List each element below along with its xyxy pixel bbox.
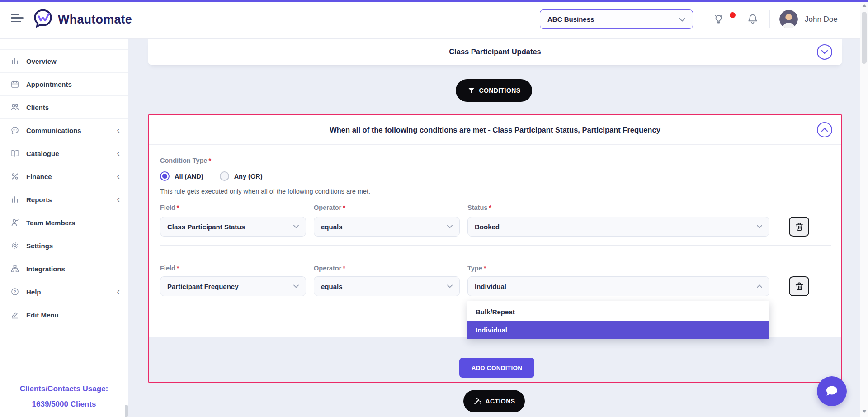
field-label: Field* — [160, 204, 306, 211]
rule-title: Class Participant Updates — [148, 38, 842, 65]
notification-dot — [730, 12, 736, 18]
condition-connector-line — [495, 337, 495, 358]
sidebar-item-finance[interactable]: Finance ‹ — [0, 165, 128, 188]
type-dropdown-menu: Bulk/Repeat Individual — [467, 301, 769, 339]
sidebar-scrollbar-thumb[interactable] — [125, 405, 128, 417]
add-condition-button[interactable]: ADD CONDITION — [459, 358, 534, 378]
status-select[interactable]: Booked — [467, 217, 769, 237]
percent-icon — [10, 171, 20, 181]
business-selector-value: ABC Business — [547, 15, 594, 23]
field-label: Field* — [160, 265, 306, 272]
actions-stage-label: ACTIONS — [486, 398, 515, 405]
book-icon — [10, 148, 20, 158]
bar-chart-icon — [10, 194, 20, 204]
delete-condition-button[interactable] — [789, 276, 809, 296]
chevron-down-icon — [447, 225, 453, 228]
sidebar-item-reports[interactable]: Reports ‹ — [0, 188, 128, 211]
radio-any-or[interactable]: Any (OR) — [220, 171, 263, 181]
sidebar-item-appointments[interactable]: Appointments — [0, 73, 128, 96]
user-avatar[interactable] — [779, 10, 798, 28]
lightbulb-icon — [712, 13, 725, 26]
chevron-down-icon — [293, 225, 299, 228]
rule-collapse-button[interactable] — [817, 44, 832, 60]
conditions-stage-button[interactable]: CONDITIONS — [456, 79, 532, 102]
sidebar-item-communications[interactable]: Communications ‹ — [0, 119, 128, 142]
menu-toggle-button[interactable] — [11, 14, 24, 24]
chevron-left-icon: ‹ — [117, 287, 120, 296]
dropdown-option-individual[interactable]: Individual — [467, 321, 769, 339]
dropdown-option-bulk-repeat[interactable]: Bulk/Repeat — [467, 303, 769, 321]
chevron-left-icon: ‹ — [117, 194, 120, 204]
status-label: Status* — [467, 204, 769, 211]
chevron-down-icon — [757, 225, 762, 228]
condition-type-radio-group: All (AND) Any (OR) — [160, 171, 262, 181]
condition-helper-text: This rule gets executed only when all of… — [160, 188, 370, 195]
usage-title: Clients/Contacts Usage: — [0, 381, 128, 397]
magic-wand-icon — [473, 397, 481, 405]
app-header: Whautomate ABC Business John Doe — [0, 0, 868, 39]
filter-icon — [467, 87, 475, 95]
trash-icon — [794, 281, 804, 292]
sidebar-item-team-members[interactable]: Team Members — [0, 211, 128, 234]
sidebar-item-settings[interactable]: Settings — [0, 234, 128, 257]
people-icon — [10, 102, 20, 112]
whats-new-button[interactable] — [711, 12, 726, 27]
chevron-left-icon: ‹ — [117, 125, 120, 134]
delete-condition-button[interactable] — [789, 217, 809, 237]
operator-select[interactable]: equals — [314, 217, 460, 237]
chevron-left-icon: ‹ — [117, 148, 120, 157]
hamburger-icon — [11, 14, 19, 15]
header-divider — [737, 10, 737, 28]
business-selector[interactable]: ABC Business — [540, 9, 693, 29]
chat-bubble-icon — [10, 125, 20, 135]
scroll-down-arrow-icon[interactable] — [862, 410, 867, 413]
chevron-down-icon — [293, 284, 299, 288]
conditions-card-header: When all of the following conditions are… — [149, 115, 841, 145]
field-select[interactable]: Participant Frequency — [160, 276, 306, 296]
chat-widget-button[interactable] — [817, 376, 847, 406]
header-divider — [769, 10, 770, 28]
conditions-stage-label: CONDITIONS — [479, 87, 521, 94]
chevron-left-icon: ‹ — [117, 171, 120, 180]
sidebar-item-overview[interactable]: Overview — [0, 50, 128, 73]
trash-icon — [794, 221, 804, 232]
scrollbar-thumb[interactable] — [862, 12, 867, 64]
sidebar-item-edit-menu[interactable]: Edit Menu — [0, 303, 128, 326]
rule-card: Class Participant Updates — [148, 38, 842, 65]
type-label: Type* — [467, 265, 769, 272]
svg-text:?: ? — [14, 289, 16, 294]
bar-chart-icon — [10, 56, 20, 66]
chat-bubble-icon — [824, 384, 840, 398]
row-divider — [160, 245, 831, 246]
radio-unselected-icon — [220, 171, 229, 181]
sidebar-item-catalogue[interactable]: Catalogue ‹ — [0, 142, 128, 165]
chevron-down-icon — [447, 284, 453, 288]
logo-mark-icon — [33, 8, 53, 31]
chevron-down-icon — [821, 49, 829, 55]
sidebar-item-clients[interactable]: Clients — [0, 96, 128, 119]
user-name[interactable]: John Doe — [805, 0, 838, 38]
sitemap-icon — [10, 264, 20, 274]
page-scrollbar[interactable] — [860, 0, 868, 417]
question-circle-icon: ? — [10, 287, 20, 297]
calendar-icon — [10, 79, 20, 89]
radio-all-and[interactable]: All (AND) — [160, 171, 203, 181]
field-select[interactable]: Class Participant Status — [160, 217, 306, 237]
sidebar: Overview Appointments Clients Communicat… — [0, 38, 128, 417]
operator-select[interactable]: equals — [314, 276, 460, 296]
conditions-card-title: When all of the following conditions are… — [149, 115, 841, 144]
sidebar-item-integrations[interactable]: Integrations — [0, 257, 128, 280]
person-check-icon — [10, 218, 20, 227]
conditions-card: When all of the following conditions are… — [148, 114, 842, 383]
usage-contacts: 1746/5000 Contacts — [0, 412, 128, 417]
conditions-collapse-button[interactable] — [817, 122, 832, 137]
chevron-up-icon — [821, 127, 829, 133]
scroll-up-arrow-icon[interactable] — [862, 4, 867, 7]
operator-label: Operator* — [314, 204, 460, 211]
notifications-button[interactable] — [745, 12, 760, 27]
sidebar-item-help[interactable]: ? Help ‹ — [0, 280, 128, 303]
actions-stage-button[interactable]: ACTIONS — [463, 390, 525, 412]
type-select[interactable]: Individual — [467, 276, 769, 296]
pencil-icon — [10, 310, 20, 320]
gear-icon — [10, 241, 20, 251]
